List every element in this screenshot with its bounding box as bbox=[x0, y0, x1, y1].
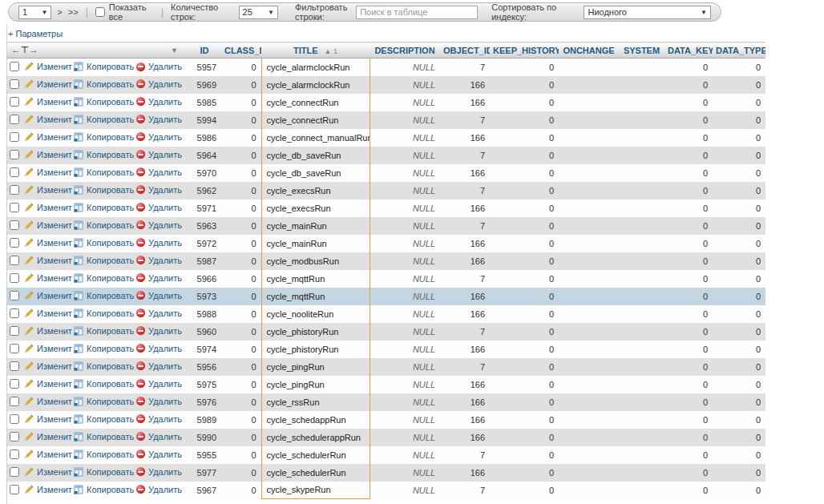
edit-row-link[interactable]: Изменить bbox=[24, 220, 72, 230]
edit-row-link[interactable]: Изменить bbox=[24, 185, 72, 195]
copy-row-link[interactable]: Копировать bbox=[74, 397, 134, 406]
copy-row-link[interactable]: Копировать bbox=[74, 256, 134, 265]
copy-row-link[interactable]: Копировать bbox=[74, 379, 134, 389]
row-select-checkbox[interactable] bbox=[10, 273, 19, 283]
delete-row-link[interactable]: Удалить bbox=[136, 273, 182, 283]
row-select-checkbox[interactable] bbox=[10, 467, 19, 477]
row-select-checkbox[interactable] bbox=[10, 115, 19, 124]
column-header-keep-history[interactable]: KEEP_HISTORY bbox=[490, 42, 559, 58]
copy-row-link[interactable]: Копировать bbox=[74, 79, 134, 89]
edit-row-link[interactable]: Изменить bbox=[24, 273, 72, 283]
column-header-data-type[interactable]: DATA_TYPE bbox=[713, 42, 765, 58]
row-select-checkbox[interactable] bbox=[10, 397, 19, 406]
copy-row-link[interactable]: Копировать bbox=[74, 97, 134, 107]
edit-row-link[interactable]: Изменить bbox=[24, 450, 72, 459]
copy-row-link[interactable]: Копировать bbox=[74, 238, 134, 248]
row-select-checkbox[interactable] bbox=[10, 167, 19, 177]
delete-row-link[interactable]: Удалить bbox=[136, 79, 182, 89]
row-select-checkbox[interactable] bbox=[10, 220, 19, 230]
edit-row-link[interactable]: Изменить bbox=[24, 344, 72, 353]
copy-row-link[interactable]: Копировать bbox=[74, 167, 134, 177]
sort-by-key-select[interactable]: Ниодного ▼ bbox=[584, 6, 711, 19]
copy-row-link[interactable]: Копировать bbox=[74, 414, 134, 424]
copy-row-link[interactable]: Копировать bbox=[74, 485, 134, 494]
next-page-button[interactable]: > bbox=[57, 7, 62, 17]
delete-row-link[interactable]: Удалить bbox=[136, 62, 182, 71]
edit-row-link[interactable]: Изменить bbox=[24, 361, 72, 371]
delete-row-link[interactable]: Удалить bbox=[136, 344, 182, 353]
column-header-object-id[interactable]: OBJECT_ID bbox=[440, 42, 490, 58]
delete-row-link[interactable]: Удалить bbox=[136, 485, 182, 494]
delete-row-link[interactable]: Удалить bbox=[136, 397, 182, 406]
edit-row-link[interactable]: Изменить bbox=[24, 291, 72, 300]
column-header-onchange[interactable]: ONCHANGE bbox=[559, 42, 619, 58]
delete-row-link[interactable]: Удалить bbox=[136, 132, 182, 142]
copy-row-link[interactable]: Копировать bbox=[74, 273, 134, 283]
row-select-checkbox[interactable] bbox=[10, 238, 19, 248]
row-select-checkbox[interactable] bbox=[10, 485, 19, 494]
copy-row-link[interactable]: Копировать bbox=[74, 361, 134, 371]
column-header-system[interactable]: SYSTEM bbox=[619, 42, 664, 58]
delete-row-link[interactable]: Удалить bbox=[136, 115, 182, 124]
edit-row-link[interactable]: Изменить bbox=[24, 432, 72, 442]
delete-row-link[interactable]: Удалить bbox=[136, 467, 182, 477]
copy-row-link[interactable]: Копировать bbox=[74, 62, 134, 71]
edit-row-link[interactable]: Изменить bbox=[24, 62, 72, 71]
copy-row-link[interactable]: Копировать bbox=[74, 185, 134, 195]
row-select-checkbox[interactable] bbox=[10, 203, 19, 212]
row-select-checkbox[interactable] bbox=[10, 62, 19, 71]
filter-rows-input[interactable] bbox=[356, 6, 478, 19]
delete-row-link[interactable]: Удалить bbox=[136, 256, 182, 265]
last-page-button[interactable]: >> bbox=[68, 7, 79, 17]
delete-row-link[interactable]: Удалить bbox=[136, 185, 182, 195]
edit-row-link[interactable]: Изменить bbox=[24, 115, 72, 124]
delete-row-link[interactable]: Удалить bbox=[136, 291, 182, 300]
column-header-class-id[interactable]: CLASS_ID bbox=[221, 42, 261, 58]
edit-row-link[interactable]: Изменить bbox=[24, 467, 72, 477]
column-header-title[interactable]: TITLE▲ 1 bbox=[261, 42, 370, 58]
copy-row-link[interactable]: Копировать bbox=[74, 203, 134, 212]
delete-row-link[interactable]: Удалить bbox=[136, 414, 182, 424]
delete-row-link[interactable]: Удалить bbox=[136, 450, 182, 459]
row-select-checkbox[interactable] bbox=[10, 132, 19, 142]
copy-row-link[interactable]: Копировать bbox=[74, 450, 134, 459]
copy-row-link[interactable]: Копировать bbox=[74, 132, 134, 142]
column-header-data-key[interactable]: DATA_KEY bbox=[664, 42, 713, 58]
row-select-checkbox[interactable] bbox=[10, 256, 19, 265]
delete-row-link[interactable]: Удалить bbox=[136, 379, 182, 389]
delete-row-link[interactable]: Удалить bbox=[136, 361, 182, 371]
edit-row-link[interactable]: Изменить bbox=[24, 150, 72, 159]
copy-row-link[interactable]: Копировать bbox=[74, 220, 134, 230]
copy-row-link[interactable]: Копировать bbox=[74, 115, 134, 124]
edit-row-link[interactable]: Изменить bbox=[24, 97, 72, 107]
delete-row-link[interactable]: Удалить bbox=[136, 203, 182, 212]
delete-row-link[interactable]: Удалить bbox=[136, 308, 182, 318]
edit-row-link[interactable]: Изменить bbox=[24, 79, 72, 89]
edit-row-link[interactable]: Изменить bbox=[24, 203, 72, 212]
row-select-checkbox[interactable] bbox=[10, 379, 19, 389]
delete-row-link[interactable]: Удалить bbox=[136, 432, 182, 442]
delete-row-link[interactable]: Удалить bbox=[136, 220, 182, 230]
edit-row-link[interactable]: Изменить bbox=[24, 256, 72, 265]
copy-row-link[interactable]: Копировать bbox=[74, 150, 134, 159]
show-all-checkbox[interactable] bbox=[95, 7, 105, 17]
row-select-checkbox[interactable] bbox=[10, 291, 19, 300]
options-toggle-link[interactable]: + Параметры bbox=[8, 29, 824, 38]
options-dropdown-icon[interactable]: ▼ bbox=[171, 46, 184, 54]
delete-row-link[interactable]: Удалить bbox=[136, 238, 182, 248]
delete-row-link[interactable]: Удалить bbox=[136, 167, 182, 177]
row-select-checkbox[interactable] bbox=[10, 308, 19, 318]
copy-row-link[interactable]: Копировать bbox=[74, 326, 134, 336]
copy-row-link[interactable]: Копировать bbox=[74, 308, 134, 318]
copy-row-link[interactable]: Копировать bbox=[74, 291, 134, 300]
delete-row-link[interactable]: Удалить bbox=[136, 150, 182, 159]
edit-row-link[interactable]: Изменить bbox=[24, 379, 72, 389]
row-select-checkbox[interactable] bbox=[10, 361, 19, 371]
copy-row-link[interactable]: Копировать bbox=[74, 467, 134, 477]
delete-row-link[interactable]: Удалить bbox=[136, 326, 182, 336]
rows-count-select[interactable]: 25 ▼ bbox=[239, 6, 278, 19]
column-header-id[interactable]: ID bbox=[188, 42, 221, 58]
edit-row-link[interactable]: Изменить bbox=[24, 414, 72, 424]
row-select-checkbox[interactable] bbox=[10, 97, 19, 107]
edit-row-link[interactable]: Изменить bbox=[24, 397, 72, 406]
